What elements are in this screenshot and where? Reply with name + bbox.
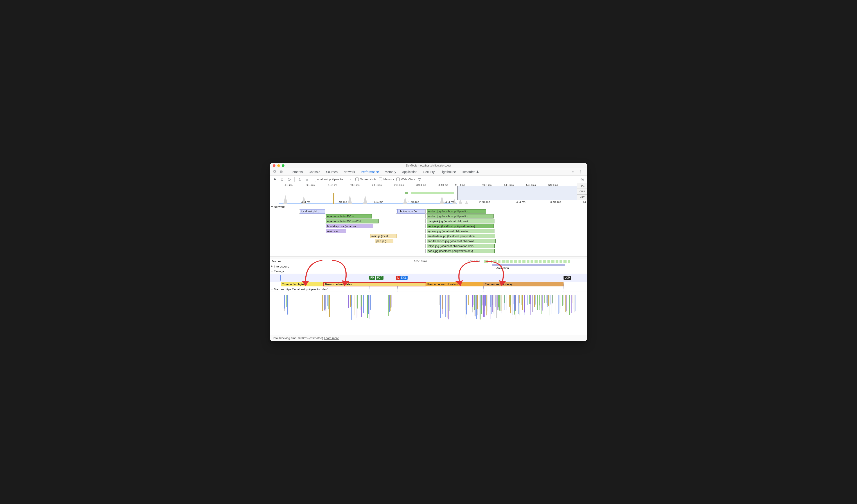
clear-icon[interactable] — [287, 177, 292, 182]
detailed-ruler[interactable]: 494 ms994 ms1494 ms1994 ms2494 ms2994 ms… — [270, 200, 587, 204]
cb-screenshots[interactable]: Screenshots — [355, 178, 376, 181]
svg-rect-55 — [370, 295, 371, 309]
network-request[interactable]: bootstrap.css (localhos... — [326, 224, 373, 229]
svg-rect-52 — [367, 295, 368, 318]
svg-rect-12 — [405, 192, 408, 194]
timings-row[interactable]: FPFCPLDCLLCP — [270, 274, 587, 282]
seg-load-duration[interactable]: Resource load duration — [426, 282, 483, 286]
svg-rect-30 — [327, 295, 327, 306]
interactions-row[interactable]: Interactions Animation — [270, 264, 587, 269]
svg-rect-221 — [574, 295, 574, 312]
network-request[interactable]: opensans-latin-400.w... — [326, 214, 372, 218]
network-request[interactable]: london.jpg (localhost.philipwalto... — [427, 214, 493, 218]
network-request[interactable]: localhost.phi... — [300, 209, 325, 214]
svg-rect-49 — [363, 295, 364, 313]
network-request[interactable]: san-francisco.jpg (localhost.philipwalt.… — [427, 239, 496, 243]
svg-rect-160 — [516, 295, 516, 308]
badge-l[interactable]: L — [396, 275, 400, 280]
more-icon[interactable] — [577, 169, 584, 175]
svg-rect-168 — [521, 295, 522, 305]
learn-more-link[interactable]: Learn more — [324, 336, 339, 340]
network-request[interactable]: photos.json (lo... — [398, 209, 427, 214]
svg-rect-20 — [288, 295, 288, 314]
svg-rect-212 — [565, 295, 566, 312]
record-icon[interactable] — [272, 177, 277, 182]
tab-sources[interactable]: Sources — [323, 169, 340, 175]
badge-dcl[interactable]: DCL — [400, 275, 407, 280]
seg-render-delay[interactable]: Element render delay — [483, 282, 564, 286]
tab-security[interactable]: Security — [421, 169, 437, 175]
tab-console[interactable]: Console — [306, 169, 323, 175]
tab-recorder[interactable]: Recorder — [459, 169, 482, 175]
lane-cpu: CPU — [577, 189, 587, 195]
frame-time: 500.0 ms — [468, 259, 480, 263]
overview-tick: 2494 ms — [372, 184, 382, 186]
seg-load-delay[interactable]: Resource load delay — [323, 282, 426, 286]
upload-icon[interactable] — [297, 177, 302, 182]
svg-rect-84 — [473, 295, 473, 305]
svg-rect-208 — [558, 295, 559, 314]
cb-webvitals[interactable]: Web Vitals — [396, 178, 415, 181]
badge-lcp[interactable]: LCP — [564, 275, 571, 280]
network-request[interactable]: paris.jpg (localhost.philipwalton.dev) — [427, 249, 495, 253]
svg-rect-187 — [541, 295, 542, 314]
tab-application[interactable]: Application — [399, 169, 420, 175]
svg-rect-167 — [523, 295, 523, 306]
maximize-icon[interactable] — [282, 164, 284, 167]
network-header[interactable]: Network — [270, 204, 587, 209]
close-icon[interactable] — [273, 164, 275, 167]
svg-rect-218 — [571, 295, 571, 312]
badge-fp[interactable]: FP — [369, 275, 375, 280]
network-request[interactable]: perf.js (l... — [375, 239, 393, 243]
target-select[interactable]: localhost.philipwalton.... — [315, 177, 353, 182]
main-tabs: Elements Console Sources Network Perform… — [270, 168, 587, 175]
network-request[interactable]: tokyo.jpg (localhost.philipwalton.dev) — [427, 244, 495, 248]
overview-strip[interactable]: 494 ms994 ms1494 ms1994 ms2494 ms2994 ms… — [270, 183, 587, 200]
ruler-tick: 2494 ms — [444, 200, 455, 204]
network-request[interactable]: amsterdam.jpg (localhost.philipwalton...… — [427, 234, 495, 238]
overview-tick: 2994 ms — [394, 184, 404, 186]
seg-ttfb[interactable]: Time to first byte — [281, 282, 323, 286]
network-request[interactable]: opensans-latin-700.woff2 (l... — [326, 219, 378, 223]
lcp-breakdown-row[interactable]: Time to first byteResource load delayRes… — [270, 282, 587, 287]
svg-rect-37 — [351, 295, 351, 315]
network-request[interactable]: main.css ... — [326, 229, 346, 233]
cb-memory[interactable]: Memory — [379, 178, 394, 181]
tab-performance[interactable]: Performance — [358, 169, 382, 175]
minimize-icon[interactable] — [277, 164, 280, 167]
svg-rect-99 — [485, 295, 485, 311]
panel-settings-icon[interactable] — [580, 177, 585, 182]
inspect-icon[interactable] — [272, 169, 278, 175]
tab-lighthouse[interactable]: Lighthouse — [438, 169, 459, 175]
reload-icon[interactable] — [280, 177, 284, 182]
tab-memory[interactable]: Memory — [382, 169, 399, 175]
badge-fcp[interactable]: FCP — [376, 275, 384, 280]
timings-header[interactable]: Timings — [270, 269, 587, 274]
settings-icon[interactable] — [570, 169, 576, 175]
network-request[interactable]: venice.jpg (localhost.philipwalton.dev) — [427, 224, 494, 229]
svg-rect-141 — [498, 295, 499, 307]
svg-rect-73 — [446, 295, 446, 317]
device-toggle-icon[interactable] — [279, 169, 285, 175]
resize-grip[interactable]: ⋯ — [270, 257, 587, 259]
svg-rect-157 — [514, 295, 515, 312]
tab-network[interactable]: Network — [341, 169, 358, 175]
main-header[interactable]: Main — https://localhost.philipwalton.de… — [270, 287, 587, 292]
frames-header[interactable]: Frames 1050.0 ms500.0 ms — [270, 259, 587, 264]
svg-rect-25 — [324, 295, 324, 314]
network-request[interactable]: sydney.jpg (localhost.philipwalto... — [427, 229, 494, 233]
tab-elements[interactable]: Elements — [287, 169, 305, 175]
svg-rect-97 — [482, 295, 482, 314]
svg-rect-66 — [442, 295, 443, 314]
svg-rect-96 — [477, 295, 478, 309]
trash-icon[interactable] — [417, 177, 422, 182]
network-request[interactable]: main.js (local... — [370, 234, 397, 238]
svg-rect-213 — [566, 295, 567, 312]
download-icon[interactable] — [304, 177, 309, 182]
svg-rect-153 — [511, 295, 511, 311]
main-flame-canvas[interactable] — [270, 292, 587, 313]
network-request[interactable]: london.jpg (localhost.philipwalto... — [427, 209, 486, 214]
overview-tick: 1494 ms — [328, 184, 337, 186]
network-request[interactable]: bangkok.jpg (localhost.philipwalt... — [427, 219, 494, 223]
svg-rect-107 — [483, 295, 483, 305]
